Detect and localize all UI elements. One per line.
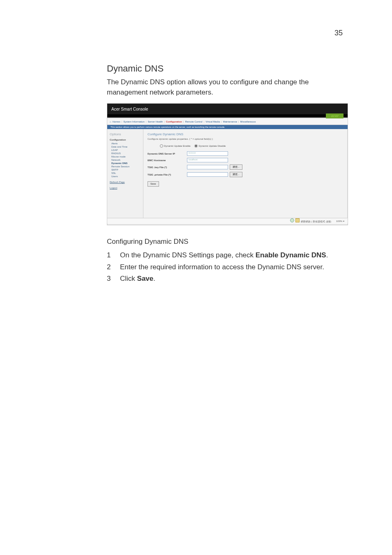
sidebar-item-network[interactable]: Network [111,159,141,161]
input-hostname[interactable]: localhost [187,158,228,162]
screenshot: Acer Smart Console acer ⌂ Homes| System … [107,103,348,225]
sidebar-item-remote-session[interactable]: Remote Session [111,165,141,168]
sidebar-item-radius[interactable]: RADIUS [111,152,141,155]
sidebar-list: Alerts Date and Time LDAP RADIUS Mouse m… [110,142,141,178]
row-private-file: TSIG .private File (*) 瀏覽... [148,172,344,177]
tab-configuration[interactable]: Configuration [166,120,182,123]
input-private-file[interactable] [187,172,228,177]
status-bar: 網際網路 | 受保護模式: 啟動 100% ▾ [107,218,348,224]
radio-group: Dynamic Update Enable Dynamic Update Dis… [160,144,344,148]
sidebar: Options Configuration Alerts Date and Ti… [107,129,143,218]
page: 35 Dynamic DNS The Dynamic DNS option al… [0,0,392,555]
panel-desc: Configure dynamic update properties. ( *… [148,138,344,140]
sidebar-item-dynamic-dns[interactable]: Dynamic DNS [111,162,141,164]
sidebar-item-mouse-mode[interactable]: Mouse mode [111,155,141,158]
row-key-file: TSIG .key File (*) 瀏覽... [148,164,344,170]
input-server-ip[interactable]: 0.0.0.0 [187,151,228,156]
zone-text: 網際網路 | 受保護模式: 啟動 [301,220,331,223]
status-zone: 網際網路 | 受保護模式: 啟動 [290,218,331,224]
sidebar-item-date-time[interactable]: Date and Time [111,146,141,148]
tab-homes[interactable]: Homes [113,120,120,123]
browse-private-button[interactable]: 瀏覽... [230,172,242,177]
tab-maintenance[interactable]: Maintenance [223,120,237,123]
subheading: Configuring Dynamic DNS [107,238,347,246]
radio-enable-label: Dynamic Update Enable [164,145,191,147]
label-server-ip: Dynamic DNS Server IP [148,153,185,155]
brand-bar: acer [107,114,348,118]
intro-paragraph: The Dynamic DNS option allows you to con… [107,77,347,97]
label-hostname: BMC Hostname [148,159,185,162]
window-titlebar: Acer Smart Console [107,104,348,114]
refresh-link[interactable]: Refresh Page [110,181,141,183]
step-2-pre: Enter the required information to access… [120,263,324,271]
sidebar-item-ldap[interactable]: LDAP [111,149,141,151]
step-1-bold: Enable Dynamic DNS [256,251,326,259]
radio-disable-label: Dynamic Update Disable [198,145,226,147]
tab-remote-control[interactable]: Remote Control [185,120,203,123]
step-3-pre: Click [120,275,137,282]
tab-server-health[interactable]: Server Health [148,120,163,123]
label-key-file: TSIG .key File (*) [148,166,185,169]
tab-virtual-media[interactable]: Virtual Media [205,120,220,123]
radio-disable[interactable]: Dynamic Update Disable [194,144,226,148]
step-3: Click Save. [107,273,347,284]
save-button[interactable]: Save [148,181,159,187]
steps-list: On the Dynamic DNS Settings page, check … [107,250,347,284]
step-1-pre: On the Dynamic DNS Settings page, check [120,251,256,259]
step-1-post: . [326,251,328,259]
tab-miscellaneous[interactable]: Miscellaneous [240,120,256,123]
step-2: Enter the required information to access… [107,262,347,273]
shield-icon [295,218,300,222]
sidebar-item-ssl[interactable]: SSL [111,172,141,174]
row-hostname: BMC Hostname localhost [148,158,344,162]
section-heading: Dynamic DNS [107,63,347,74]
logout-link[interactable]: Logout [110,187,141,189]
step-1: On the Dynamic DNS Settings page, check … [107,250,347,261]
home-icon: ⌂ [110,120,111,123]
main-panel: Configure Dynamic DNS Configure dynamic … [143,129,348,218]
sidebar-item-users[interactable]: Users [111,175,141,178]
row-server-ip: Dynamic DNS Server IP 0.0.0.0 [148,151,344,156]
radio-dot-icon [160,144,163,148]
input-key-file[interactable] [187,165,228,169]
step-3-post: . [153,275,155,282]
body: Options Configuration Alerts Date and Ti… [107,129,348,218]
sidebar-item-alerts[interactable]: Alerts [111,142,141,145]
radio-enable[interactable]: Dynamic Update Enable [160,144,191,148]
panel-title: Configure Dynamic DNS [148,132,344,136]
radio-dot-icon [194,144,198,148]
zoom-text: 100% [336,220,342,222]
globe-icon [290,218,294,222]
window-title: Acer Smart Console [111,107,148,111]
sidebar-heading: Options [110,132,141,136]
nav-tabs: ⌂ Homes| System Information| Server Heal… [107,118,348,125]
browse-key-button[interactable]: 瀏覽... [230,164,242,170]
sidebar-subheading: Configuration [110,139,141,141]
zoom-level[interactable]: 100% ▾ [336,220,344,222]
brand-logo: acer [326,113,344,118]
label-private-file: TSIG .private File (*) [148,173,185,176]
step-3-bold: Save [137,275,154,282]
page-number: 35 [334,29,343,37]
info-banner: This section allows you to perform vario… [107,125,348,129]
sidebar-item-smtp[interactable]: SMTP [111,169,141,171]
tab-system-information[interactable]: System Information [123,120,145,123]
